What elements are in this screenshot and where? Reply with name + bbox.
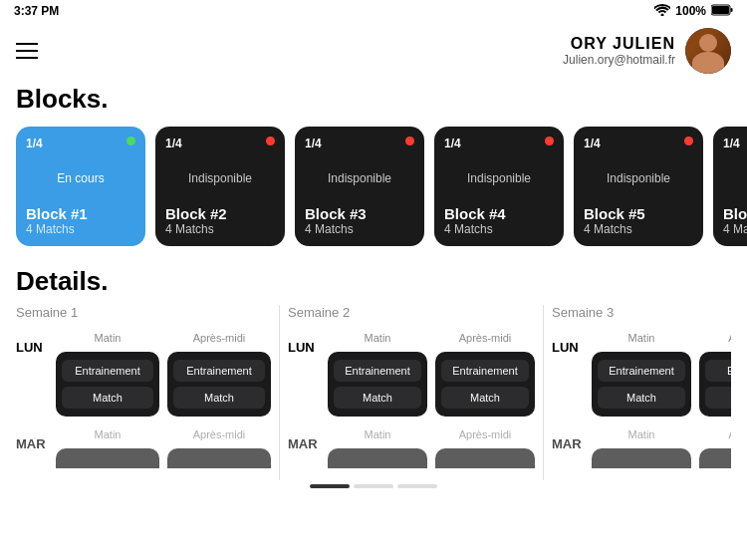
card-dot [126, 137, 135, 145]
card-status: En cours [26, 150, 135, 205]
blocks-scroll[interactable]: 1/4 En cours Block #1 4 Matchs 1/4 Indis… [0, 127, 747, 258]
scroll-indicator [16, 484, 731, 488]
session-card-empty [167, 448, 271, 468]
session-column: Matin [592, 428, 691, 468]
card-status: Indisponible [584, 150, 693, 205]
user-name: ORY JULIEN [563, 35, 675, 53]
week-title: Semaine 2 [288, 305, 535, 320]
card-top: 1/4 [723, 137, 747, 150]
card-status: Indisponible [723, 150, 747, 205]
session-header: Matin [592, 332, 691, 344]
card-fraction: 1/4 [584, 137, 601, 150]
day-label: LUN [552, 332, 584, 355]
details-title: Details. [16, 266, 731, 297]
block-card-2[interactable]: 1/4 Indisponible Block #2 4 Matchs [155, 127, 285, 246]
session-card-empty [592, 448, 691, 468]
session-column: MatinEntrainementMatch [592, 332, 691, 417]
user-text: ORY JULIEN Julien.ory@hotmail.fr [563, 35, 675, 67]
day-label: MAR [552, 428, 584, 451]
card-fraction: 1/4 [723, 137, 740, 150]
card-status: Indisponible [305, 150, 414, 205]
session-button[interactable]: Match [705, 387, 731, 409]
session-column: MatinEntrainementMatch [56, 332, 159, 417]
session-header: Après-m [699, 332, 731, 344]
day-sessions: MatinEntrainementMatch Après-midiEntrain… [56, 332, 271, 417]
block-card-3[interactable]: 1/4 Indisponible Block #3 4 Matchs [295, 127, 424, 246]
block-card-4[interactable]: 1/4 Indisponible Block #4 4 Matchs [434, 127, 564, 246]
session-button[interactable]: Entrainement [334, 360, 421, 382]
session-header: Matin [328, 332, 427, 344]
week-column-3: Semaine 3 LUN MatinEntrainementMatch Apr… [544, 305, 731, 480]
hamburger-line [16, 57, 38, 59]
session-button[interactable]: Entrainement [173, 360, 265, 382]
session-card-empty [435, 448, 535, 468]
menu-button[interactable] [16, 43, 38, 59]
session-button[interactable]: Match [62, 387, 153, 409]
avatar-image [685, 28, 731, 74]
session-card: EntrainementMatch [592, 352, 691, 417]
session-column: Matin [328, 428, 427, 468]
day-row-lun: LUN MatinEntrainementMatch Après-midiEnt… [288, 332, 535, 417]
card-bottom: Block #1 4 Matchs [26, 205, 135, 236]
card-top: 1/4 [305, 137, 414, 150]
card-name: Block #2 [165, 205, 275, 222]
session-card: EntrainementMatch [435, 352, 535, 417]
card-fraction: 1/4 [165, 137, 182, 150]
session-button[interactable]: Match [441, 387, 529, 409]
card-top: 1/4 [444, 137, 554, 150]
day-sessions: MatinEntrainementMatch Après-mEntrain...… [592, 332, 731, 417]
card-dot [684, 137, 693, 145]
session-button[interactable]: Match [173, 387, 265, 409]
card-fraction: 1/4 [26, 137, 43, 150]
session-card: EntrainementMatch [56, 352, 159, 417]
card-bottom: Block #4 4 Matchs [444, 205, 554, 236]
status-time: 3:37 PM [14, 4, 59, 18]
card-matches: 4 Matchs [165, 222, 275, 236]
session-column: Matin [56, 428, 159, 468]
svg-rect-1 [731, 8, 733, 12]
session-button[interactable]: Entrainement [441, 360, 529, 382]
block-card-5[interactable]: 1/4 Indisponible Block #5 4 Matchs [574, 127, 703, 246]
session-column: Après-m [699, 428, 731, 468]
avatar [685, 28, 731, 74]
session-header: Matin [56, 332, 159, 344]
session-column: Après-mEntrain...Match [699, 332, 731, 417]
card-top: 1/4 [26, 137, 135, 150]
session-button[interactable]: Match [334, 387, 421, 409]
session-card-empty [699, 448, 731, 468]
week-column-2: Semaine 2 LUN MatinEntrainementMatch Apr… [280, 305, 544, 480]
session-button[interactable]: Entrainement [598, 360, 685, 382]
card-name: Block #1 [26, 205, 135, 222]
weeks-scroll[interactable]: Semaine 1 LUN MatinEntrainementMatch Apr… [16, 305, 731, 480]
day-label: LUN [16, 332, 48, 355]
day-label: MAR [288, 428, 320, 451]
session-button[interactable]: Entrainement [62, 360, 153, 382]
session-column: Après-midi [167, 428, 271, 468]
card-name: Block #3 [305, 205, 414, 222]
blocks-title: Blocks. [0, 84, 747, 115]
day-sessions: Matin Après-midi [56, 428, 271, 468]
session-card-empty [56, 448, 159, 468]
session-header: Matin [56, 428, 159, 440]
status-bar: 3:37 PM 100% [0, 0, 747, 22]
block-card-1[interactable]: 1/4 En cours Block #1 4 Matchs [16, 127, 145, 246]
session-button[interactable]: Entrain... [705, 360, 731, 382]
session-header: Après-midi [435, 332, 535, 344]
day-label: LUN [288, 332, 320, 355]
block-card-6[interactable]: 1/4 Indisponible Block # 4 Mat... [713, 127, 747, 246]
card-status: Indisponible [444, 150, 554, 205]
day-label: MAR [16, 428, 48, 451]
card-fraction: 1/4 [444, 137, 461, 150]
card-fraction: 1/4 [305, 137, 322, 150]
session-header: Après-m [699, 428, 731, 440]
day-row-mar: MAR Matin Après-midi [288, 428, 535, 468]
card-name: Block # [723, 205, 747, 222]
card-bottom: Block #3 4 Matchs [305, 205, 414, 236]
battery-icon [711, 4, 733, 19]
details-section: Details. Semaine 1 LUN MatinEntrainement… [0, 258, 747, 488]
user-info: ORY JULIEN Julien.ory@hotmail.fr [563, 28, 731, 74]
session-button[interactable]: Match [598, 387, 685, 409]
hamburger-line [16, 43, 38, 45]
day-sessions: Matin Après-midi [328, 428, 535, 468]
card-matches: 4 Matchs [584, 222, 693, 236]
